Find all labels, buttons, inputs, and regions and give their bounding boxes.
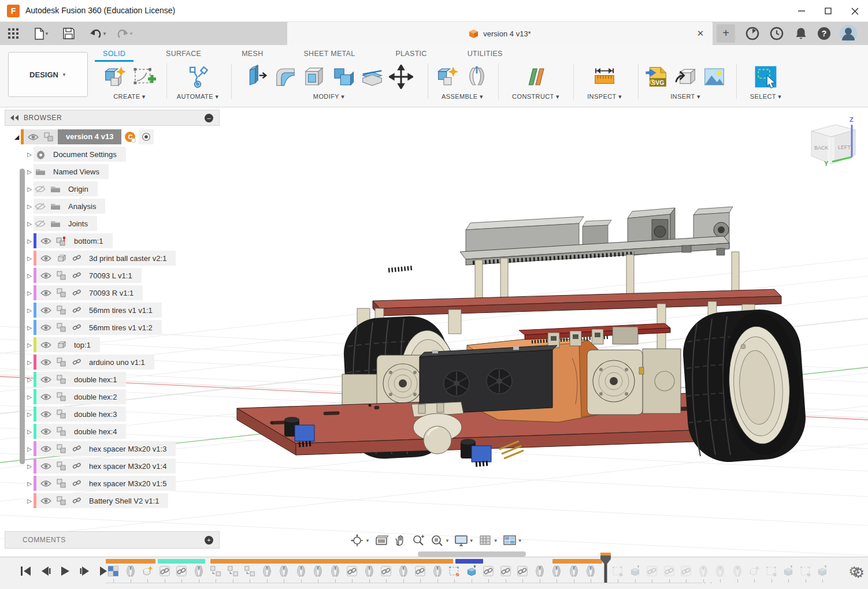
browser-row-joints[interactable]: ▷ Joints [5, 215, 247, 232]
minimize-button[interactable] [788, 0, 815, 22]
timeline-group-bar[interactable] [106, 559, 155, 564]
group-label-assemble[interactable]: ASSEMBLE ▾ [432, 93, 492, 100]
joint-icon[interactable] [465, 65, 489, 89]
document-tab-close-icon[interactable]: ✕ [694, 27, 707, 40]
timeline-scrollbar-thumb[interactable] [418, 551, 526, 557]
group-label-insert[interactable]: INSERT ▾ [640, 93, 730, 100]
history-clock-icon[interactable] [770, 27, 784, 40]
expand-caret-icon[interactable]: ▷ [25, 342, 34, 348]
browser-row-56mm-tires-v1-v1-1[interactable]: ▷ 56mm tires v1 v1:1 [5, 301, 247, 319]
timeline-feature-link[interactable] [414, 565, 426, 577]
move-copy-icon[interactable] [389, 65, 413, 89]
tab-solid[interactable]: SOLID [99, 47, 129, 62]
visibility-eye-icon[interactable] [39, 307, 52, 314]
timeline-feature-joint[interactable] [277, 565, 290, 577]
visibility-eye-icon[interactable] [39, 497, 52, 505]
visibility-eye-icon[interactable] [39, 428, 52, 435]
browser-row-hex-spacer-m3x20-v1-4[interactable]: ▷ hex spacer M3x20 v1:4 [5, 457, 247, 475]
timeline-feature-joint[interactable] [584, 565, 597, 577]
browser-row-70093-r-v1-1[interactable]: ▷ 70093 R v1:1 [5, 284, 247, 301]
timeline-feature-extrude[interactable] [816, 565, 829, 577]
timeline-feature-as-built[interactable] [243, 565, 256, 577]
browser-panel-header[interactable]: BROWSER – [5, 110, 220, 126]
document-tab[interactable]: version 4 v13* ✕ [287, 22, 713, 45]
browser-row-top-1[interactable]: ▷ top:1 [5, 336, 247, 353]
new-component-icon[interactable] [436, 65, 460, 89]
timeline-group-bar[interactable] [210, 559, 453, 564]
browser-row-hex-spacer-m3x20-v1-5[interactable]: ▷ hex spacer M3x20 v1:5 [5, 475, 247, 492]
expand-caret-icon[interactable]: ▷ [25, 290, 34, 296]
go-to-start-button[interactable] [20, 565, 34, 579]
view-cube[interactable]: BACK LEFT Z Y [803, 114, 863, 178]
workspace-selector[interactable]: DESIGN▼ [8, 52, 88, 97]
viewport-settings-gear-icon[interactable]: ⚙ [852, 565, 865, 581]
combine-icon[interactable] [331, 65, 355, 89]
expand-caret-icon[interactable]: ▷ [25, 428, 34, 435]
play-button[interactable] [59, 565, 73, 579]
grid-display-tool[interactable]: ▼ [477, 532, 499, 549]
insert-svg-icon[interactable]: SVG [644, 65, 669, 89]
timeline-feature-extrude[interactable] [629, 565, 641, 577]
expand-caret-icon[interactable]: ▷ [25, 359, 34, 366]
timeline-feature-link[interactable] [680, 565, 692, 577]
pan-tool[interactable] [392, 532, 408, 549]
expand-caret-icon[interactable]: ▷ [25, 186, 34, 192]
file-menu-button[interactable]: ▼ [30, 26, 53, 41]
visibility-off-icon[interactable] [34, 185, 46, 193]
construction-plane-icon[interactable] [524, 65, 548, 89]
press-pull-icon[interactable] [244, 65, 269, 89]
timeline-group-bar[interactable] [158, 559, 205, 564]
browser-row-double-hex-1[interactable]: ▷ double hex:1 [5, 371, 247, 388]
automate-icon[interactable] [186, 65, 210, 89]
browser-row-3d-print-ball-caster-v2-1[interactable]: ▷ 3d print ball caster v2:1 [5, 249, 247, 267]
fillet-icon[interactable] [273, 65, 298, 89]
job-status-icon[interactable] [745, 27, 759, 40]
timeline-feature-link[interactable] [346, 565, 358, 577]
tab-sheet-metal[interactable]: SHEET METAL [300, 47, 358, 62]
group-label-modify[interactable]: MODIFY ▾ [235, 93, 423, 100]
tab-surface[interactable]: SURFACE [162, 47, 205, 62]
expand-caret-icon[interactable]: ▷ [25, 498, 34, 504]
close-button[interactable] [841, 0, 868, 22]
timeline-feature-link[interactable] [516, 565, 529, 577]
timeline-feature-link[interactable] [482, 565, 495, 577]
visibility-off-icon[interactable] [34, 203, 46, 210]
expand-caret-icon[interactable]: ▷ [25, 151, 34, 158]
timeline-feature-as-built[interactable] [209, 565, 222, 577]
timeline-feature-as-built[interactable] [227, 565, 239, 577]
browser-row-origin[interactable]: ▷ Origin [5, 180, 247, 197]
visibility-eye-icon[interactable] [39, 272, 52, 279]
expand-caret-icon[interactable]: ▷ [25, 446, 34, 452]
expand-caret-icon[interactable]: ▷ [25, 203, 34, 210]
timeline-feature-joint[interactable] [697, 565, 710, 577]
display-settings-tool[interactable]: ▼ [453, 532, 475, 549]
timeline-feature-joint[interactable] [397, 565, 410, 577]
visibility-eye-icon[interactable] [27, 133, 39, 141]
expand-caret-icon[interactable]: ▷ [25, 325, 34, 331]
step-forward-button[interactable] [79, 565, 92, 579]
timeline-feature-joint[interactable] [533, 565, 546, 577]
expand-caret-icon[interactable]: ▷ [25, 394, 34, 400]
fit-tool[interactable]: ▼ [429, 532, 451, 549]
help-icon[interactable]: ? [817, 27, 831, 40]
maximize-button[interactable] [815, 0, 841, 22]
browser-scrollbar[interactable] [20, 169, 25, 464]
orbit-tool[interactable]: ▼ [349, 532, 371, 549]
timeline-playhead[interactable] [600, 553, 611, 583]
visibility-eye-icon[interactable] [39, 480, 52, 487]
timeline-feature-link[interactable] [380, 565, 392, 577]
expand-caret-icon[interactable]: ▷ [25, 221, 34, 227]
timeline-feature-extrude[interactable] [465, 565, 478, 577]
visibility-eye-icon[interactable] [39, 359, 52, 366]
timeline-feature-link[interactable] [646, 565, 658, 577]
expand-caret-icon[interactable]: ▷ [25, 480, 34, 487]
browser-row-arduino-uno-v1-1[interactable]: ▷ arduino uno v1:1 [5, 353, 247, 371]
group-label-inspect[interactable]: INSPECT ▾ [578, 93, 631, 100]
timeline-feature-joint[interactable] [731, 565, 744, 577]
shell-icon[interactable] [302, 65, 327, 89]
tab-utilities[interactable]: UTILITIES [464, 47, 506, 62]
timeline-feature-joint[interactable] [363, 565, 376, 577]
browser-row-document-settings[interactable]: ▷ Document Settings [5, 146, 247, 163]
browser-row-double-hex-3[interactable]: ▷ double hex:3 [5, 405, 247, 423]
split-body-icon[interactable] [360, 65, 384, 89]
